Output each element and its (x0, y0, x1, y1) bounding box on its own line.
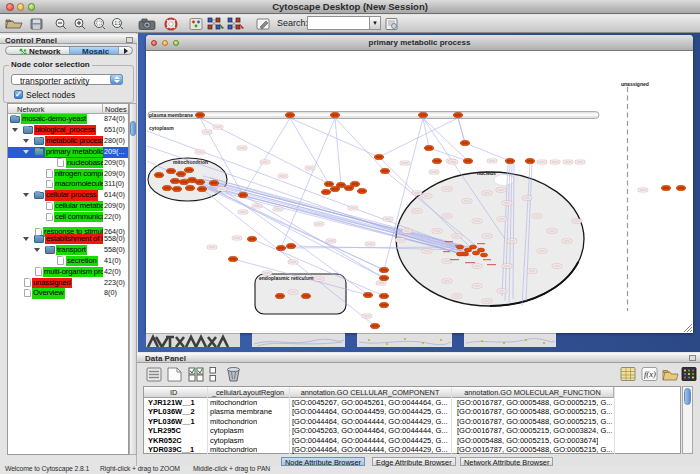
svg-text:f(x): f(x) (644, 369, 656, 379)
svg-text:nucleus: nucleus (477, 170, 496, 176)
svg-text:cytoplasm: cytoplasm (149, 125, 174, 131)
svg-text:1:1: 1:1 (115, 21, 122, 26)
svg-text:unassigned: unassigned (621, 81, 649, 87)
svg-text:plasma membrane: plasma membrane (149, 112, 193, 118)
svg-text:endoplasmic reticulum: endoplasmic reticulum (259, 275, 314, 281)
svg-text:mitochondrion: mitochondrion (173, 159, 208, 165)
